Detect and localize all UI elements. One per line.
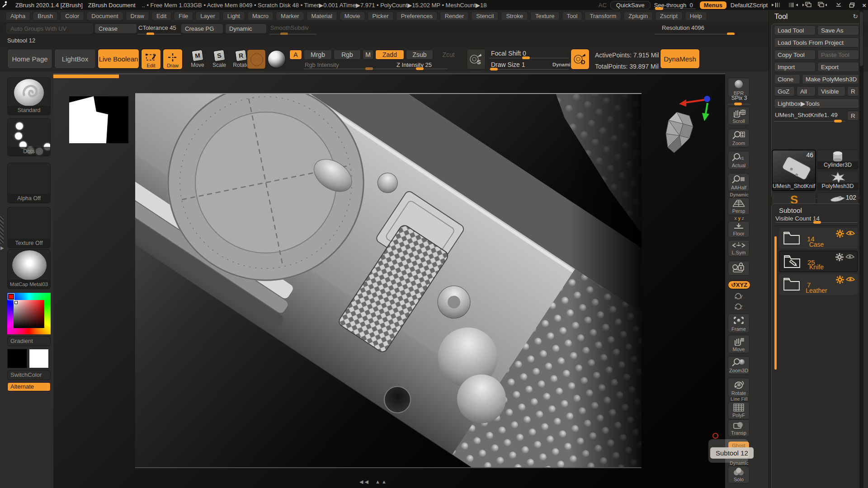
rotate3d-button[interactable]: Rotate: [728, 378, 750, 397]
lightbox-button[interactable]: LightBox: [54, 49, 96, 69]
canvas-scroll-arrows[interactable]: ◀◀ ▲▲: [359, 479, 388, 485]
prev-doc-icon[interactable]: [802, 1, 813, 9]
ac-toggle[interactable]: AC: [599, 2, 607, 9]
tool-thumbnail-cylinder3d[interactable]: Cylinder3D: [817, 150, 859, 169]
material-sphere[interactable]: [268, 50, 286, 68]
bpr-button[interactable]: BPR: [728, 78, 750, 97]
copy-tool-button[interactable]: Copy Tool: [774, 50, 816, 60]
menu-item-color[interactable]: Color: [60, 11, 84, 21]
subtool-gear-icon[interactable]: [836, 276, 844, 286]
hue-cursor[interactable]: [8, 294, 14, 300]
left-expand-arrow[interactable]: ▶: [0, 245, 4, 250]
menu-item-macro[interactable]: Macro: [247, 11, 274, 21]
transp-button[interactable]: Transp: [728, 419, 750, 437]
save-as-button[interactable]: Save As: [817, 25, 859, 35]
dynamic-button[interactable]: Dynamic: [225, 23, 267, 33]
z-intensity-slider[interactable]: Z Intensity 25: [396, 61, 432, 68]
goz-button[interactable]: GoZ: [774, 86, 795, 96]
frame-button[interactable]: Frame: [728, 314, 750, 333]
default-zscript-button[interactable]: DefaultZScript: [731, 2, 768, 9]
subtool-row-case[interactable]: 14Case: [779, 228, 858, 249]
floor-button[interactable]: x y zFloor: [728, 216, 750, 238]
document-view[interactable]: [135, 93, 642, 468]
menu-item-marker[interactable]: Marker: [276, 11, 304, 21]
home-page-button[interactable]: Home Page: [7, 49, 52, 69]
color-picker[interactable]: [7, 293, 51, 334]
divider-left-icon[interactable]: [771, 2, 783, 8]
menu-item-texture[interactable]: Texture: [530, 11, 560, 21]
close-icon[interactable]: ×: [862, 1, 866, 9]
switchcolor-button[interactable]: SwitchColor: [7, 370, 51, 380]
next-doc-icon[interactable]: [816, 1, 827, 9]
paste-tool-button[interactable]: Paste Tool: [817, 50, 859, 60]
sculpt-canvas[interactable]: [53, 74, 725, 488]
menu-item-render[interactable]: Render: [440, 11, 469, 21]
zoom-button[interactable]: Zoom: [728, 129, 750, 147]
camlock-button[interactable]: [728, 261, 750, 276]
menu-item-stroke[interactable]: Stroke: [501, 11, 528, 21]
visible-count-slider[interactable]: Visible Count 14: [775, 215, 858, 226]
minimize-icon[interactable]: [835, 2, 842, 8]
actual-button[interactable]: x1Actual: [728, 151, 750, 169]
focal-shift-slider[interactable]: Focal Shift 0: [491, 50, 526, 57]
subtool-eye-icon[interactable]: [845, 253, 854, 262]
goz-visible-button[interactable]: Visible: [817, 86, 845, 96]
edit-button[interactable]: Edit: [141, 49, 161, 70]
scroll-button[interactable]: Scroll: [728, 107, 750, 125]
load-tool-button[interactable]: Load Tool: [774, 25, 816, 35]
solo-button[interactable]: DynamicSolo: [728, 461, 750, 483]
scale-button[interactable]: SScale: [209, 50, 230, 68]
mrgb-button[interactable]: Mrgb: [304, 50, 332, 60]
main-color-swatch[interactable]: [7, 349, 27, 368]
move-button[interactable]: MMove: [187, 50, 208, 68]
polyf-button[interactable]: Line FillPolyF: [728, 397, 750, 419]
subtool-row-leather[interactable]: 7Leather: [779, 274, 858, 295]
rot-z-button[interactable]: Z: [728, 302, 750, 311]
panel-scrollbar[interactable]: [859, 10, 863, 488]
left-scroll-strip[interactable]: [0, 216, 4, 244]
auto-groups-button[interactable]: Auto Groups With UV: [6, 23, 93, 33]
zadd-button[interactable]: Zadd: [375, 50, 404, 60]
lsym-button[interactable]: L.Sym: [728, 240, 750, 257]
menu-item-preferences[interactable]: Preferences: [396, 11, 438, 21]
subtool-gear-icon[interactable]: [836, 230, 844, 239]
dynamic-size-label[interactable]: Dynamic: [552, 62, 573, 67]
menus-button[interactable]: Menus: [699, 1, 727, 9]
tool-thumbnail-umesh_shotknif[interactable]: 46UMesh_ShotKnif: [772, 150, 816, 191]
move3d-button[interactable]: Move: [728, 335, 750, 353]
alternate-button[interactable]: Alternate: [7, 382, 51, 391]
alpha-picker[interactable]: Alpha Off: [7, 163, 51, 203]
live-boolean-button[interactable]: Live Boolean: [98, 49, 139, 69]
active-tool-slider[interactable]: UMesh_ShotKnife1. 49: [774, 111, 845, 122]
focal-s-icon[interactable]: S: [467, 49, 486, 70]
menu-item-picker[interactable]: Picker: [368, 11, 394, 21]
menu-item-transform[interactable]: Transform: [585, 11, 621, 21]
rot-xyz-button[interactable]: ↺XYZ: [728, 281, 750, 289]
material-picker[interactable]: MatCap Metal03: [7, 249, 51, 289]
subtool-gear-icon[interactable]: [835, 253, 844, 263]
crease-pg-button[interactable]: Crease PG: [181, 23, 223, 33]
menu-item-draw[interactable]: Draw: [126, 11, 149, 21]
m-button[interactable]: M: [363, 50, 373, 60]
zsub-button[interactable]: Zsub: [406, 50, 433, 60]
crease-button[interactable]: Crease: [94, 23, 137, 33]
load-tools-from-project-button[interactable]: Load Tools From Project: [774, 38, 859, 47]
menu-item-stencil[interactable]: Stencil: [471, 11, 499, 21]
quicksave-button[interactable]: QuickSave: [610, 1, 651, 9]
menu-item-alpha[interactable]: Alpha: [5, 11, 30, 21]
rgb-intensity-slider[interactable]: Rgb Intensity: [305, 61, 339, 68]
persp-button[interactable]: DynamicPersp: [728, 192, 750, 215]
smooth-subdiv-slider[interactable]: SmoothSubdiv: [270, 24, 309, 31]
restore-icon[interactable]: [849, 2, 855, 8]
goz-r-button[interactable]: R: [847, 86, 859, 96]
dynamic-d-icon[interactable]: D: [571, 49, 590, 70]
export-button[interactable]: Export: [817, 62, 859, 72]
ctolerance-slider[interactable]: CTolerance 45: [138, 24, 176, 31]
see-through-slider[interactable]: See-through 0: [654, 2, 696, 9]
color-swatch[interactable]: [247, 49, 266, 69]
menu-item-edit[interactable]: Edit: [151, 11, 171, 21]
clone-button[interactable]: Clone: [774, 74, 800, 84]
stroke-picker[interactable]: Dots: [7, 118, 51, 156]
menu-item-file[interactable]: File: [174, 11, 193, 21]
menu-item-brush[interactable]: Brush: [33, 11, 58, 21]
